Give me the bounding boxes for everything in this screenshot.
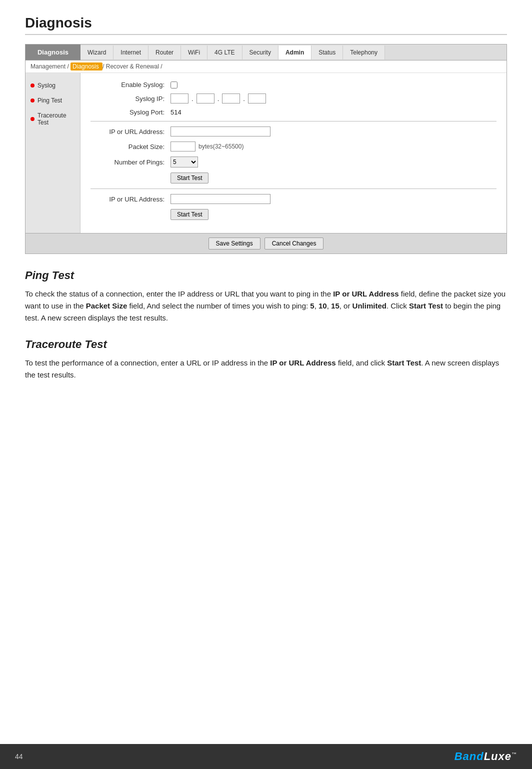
breadcrumb: Management / Diagnosis / Recover & Renew…: [26, 60, 506, 73]
brand-logo-text: BandLuxe™: [454, 750, 517, 763]
traceroute-section: IP or URL Address: Start Test: [90, 194, 496, 220]
ping-test-article-text: To check the status of a connection, ent…: [25, 288, 507, 324]
sidebar-item-traceroute[interactable]: Traceroute Test: [26, 108, 80, 130]
tab-router[interactable]: Router: [148, 46, 181, 60]
traceroute-start-row: Start Test: [90, 209, 496, 220]
breadcrumb-recover: / Recover & Renewal /: [102, 63, 162, 70]
syslog-ip-controls: . . .: [170, 94, 266, 104]
ping-bold-3a: 5: [310, 302, 314, 310]
traceroute-url-input[interactable]: [170, 194, 270, 204]
traceroute-ip-row: IP or URL Address:: [90, 194, 496, 204]
traceroute-article-title: Traceroute Test: [25, 338, 507, 351]
tab-4glte[interactable]: 4G LTE: [208, 46, 242, 60]
ping-bold-3b: 10: [318, 302, 327, 310]
ping-start-controls: Start Test: [170, 172, 208, 184]
ping-packet-unit: bytes(32~65500): [198, 143, 244, 150]
divider-2: [90, 188, 496, 189]
ping-test-article: Ping Test To check the status of a conne…: [25, 269, 507, 324]
syslog-dot: [30, 84, 34, 88]
traceroute-ip-controls: [170, 194, 270, 204]
ping-packet-controls: 56 bytes(32~65500): [170, 142, 244, 152]
page-title: Diagnosis: [25, 15, 507, 35]
syslog-ip-octet3[interactable]: [222, 94, 240, 104]
tab-admin[interactable]: Admin: [278, 46, 312, 60]
traceroute-start-button[interactable]: Start Test: [170, 209, 208, 220]
ping-ip-row: IP or URL Address:: [90, 126, 496, 136]
enable-syslog-checkbox[interactable]: [170, 82, 178, 88]
ping-bold-2: Packet Size: [86, 302, 128, 310]
main-content: Enable Syslog: Syslog IP: . .: [80, 73, 506, 233]
tab-telephony[interactable]: Telephony: [343, 46, 385, 60]
ping-packet-row: Packet Size: 56 bytes(32~65500): [90, 142, 496, 152]
syslog-ip-octet1[interactable]: [170, 94, 188, 104]
syslog-section: Enable Syslog: Syslog IP: . .: [90, 81, 496, 116]
ping-test-article-title: Ping Test: [25, 269, 507, 282]
ping-text-7: . Click: [386, 302, 409, 310]
syslog-port-value: 514: [170, 108, 182, 116]
ping-text-5: ,: [327, 302, 331, 310]
ping-count-row: Number of Pings: 5 10 15 Unlimited: [90, 156, 496, 168]
nav-sidebar-label: Diagnosis: [26, 44, 80, 60]
trademark-icon: ™: [512, 752, 517, 757]
ping-bold-3c: 15: [331, 302, 340, 310]
tab-security[interactable]: Security: [242, 46, 278, 60]
sidebar-label-traceroute: Traceroute Test: [38, 112, 75, 126]
page-number: 44: [15, 752, 23, 760]
syslog-port-controls: 514: [170, 108, 182, 116]
ping-count-select[interactable]: 5 10 15 Unlimited: [170, 156, 198, 168]
traceroute-ip-label: IP or URL Address:: [90, 196, 170, 203]
ping-text-4: ,: [314, 302, 318, 310]
tab-wizard[interactable]: Wizard: [80, 46, 114, 60]
traceroute-bold-2: Start Test: [387, 358, 421, 367]
traceroute-text-2: field, and click: [336, 358, 388, 367]
cancel-changes-button[interactable]: Cancel Changes: [264, 238, 324, 250]
traceroute-bold-1: IP or URL Address: [270, 358, 336, 367]
sidebar-item-syslog[interactable]: Syslog: [26, 78, 80, 93]
ping-url-input[interactable]: [170, 126, 270, 136]
nav-bar: Diagnosis Wizard Internet Router WiFi 4G…: [26, 44, 506, 60]
ping-text-6: , or: [340, 302, 352, 310]
page-footer: 44 BandLuxe™: [0, 744, 532, 769]
enable-syslog-label: Enable Syslog:: [90, 81, 170, 88]
ping-start-row: Start Test: [90, 172, 496, 184]
traceroute-start-controls: Start Test: [170, 209, 208, 220]
pingtest-dot: [30, 98, 34, 102]
syslog-port-label: Syslog Port:: [90, 108, 170, 116]
ping-packet-label: Packet Size:: [90, 143, 170, 150]
sidebar-item-pingtest[interactable]: Ping Test: [26, 93, 80, 108]
tab-internet[interactable]: Internet: [114, 46, 148, 60]
traceroute-article-text: To test the performance of a connection,…: [25, 357, 507, 381]
ping-packet-input[interactable]: 56: [170, 142, 196, 152]
save-settings-button[interactable]: Save Settings: [208, 238, 260, 250]
syslog-ip-octet2[interactable]: [196, 94, 214, 104]
tab-status[interactable]: Status: [312, 46, 343, 60]
brand-logo: BandLuxe™: [454, 750, 517, 763]
traceroute-text-1: To test the performance of a connection,…: [25, 358, 270, 367]
enable-syslog-controls: [170, 82, 178, 88]
sidebar-label-pingtest: Ping Test: [38, 97, 62, 104]
syslog-ip-label: Syslog IP:: [90, 95, 170, 102]
panel-body: Syslog Ping Test Traceroute Test Enable …: [26, 73, 506, 233]
ping-count-label: Number of Pings:: [90, 158, 170, 166]
bottom-bar: Save Settings Cancel Changes: [26, 233, 506, 254]
ping-ip-controls: [170, 126, 270, 136]
syslog-ip-row: Syslog IP: . . .: [90, 94, 496, 104]
breadcrumb-diagnosis: Diagnosis: [70, 62, 102, 70]
ping-start-button[interactable]: Start Test: [170, 172, 208, 184]
syslog-port-row: Syslog Port: 514: [90, 108, 496, 116]
traceroute-dot: [30, 117, 34, 121]
ping-text-3: field, And select the number of times yo…: [127, 302, 310, 310]
router-panel: Diagnosis Wizard Internet Router WiFi 4G…: [25, 44, 507, 254]
sidebar-label-syslog: Syslog: [38, 82, 56, 89]
panel-sidebar: Syslog Ping Test Traceroute Test: [26, 73, 80, 233]
ping-bold-1: IP or URL Address: [333, 290, 398, 298]
tab-wifi[interactable]: WiFi: [181, 46, 208, 60]
ping-ip-label: IP or URL Address:: [90, 128, 170, 136]
ping-bold-3d: Unlimited: [352, 302, 386, 310]
enable-syslog-row: Enable Syslog:: [90, 81, 496, 88]
divider-1: [90, 121, 496, 122]
syslog-ip-octet4[interactable]: [248, 94, 266, 104]
breadcrumb-management: Management /: [30, 63, 69, 70]
traceroute-article: Traceroute Test To test the performance …: [25, 338, 507, 381]
ping-text-1: To check the status of a connection, ent…: [25, 290, 333, 298]
